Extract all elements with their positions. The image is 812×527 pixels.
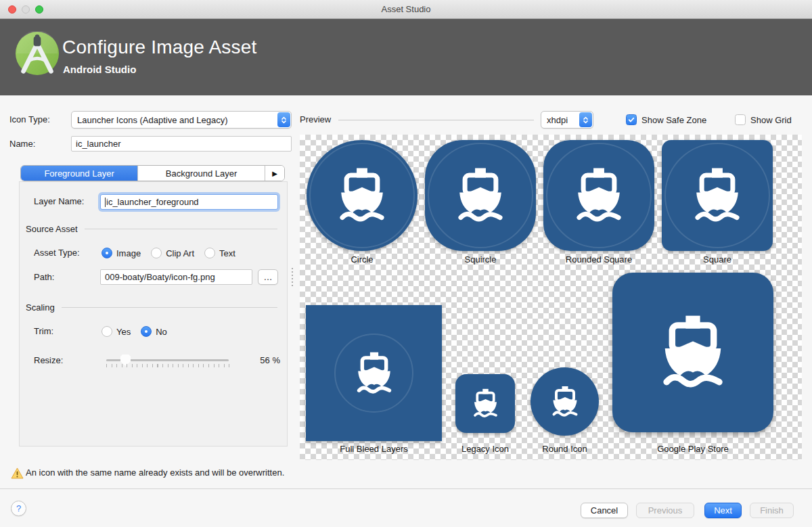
resize-slider[interactable] — [106, 352, 229, 369]
layer-name-label: Layer Name: — [34, 193, 84, 210]
scaling-section-title: Scaling — [26, 302, 55, 313]
finish-button[interactable]: Finish — [750, 503, 794, 518]
section-rule — [85, 229, 277, 229]
radio-text[interactable] — [204, 248, 215, 258]
window-title: Asset Studio — [0, 0, 812, 18]
radio-image[interactable] — [102, 248, 112, 258]
asset-type-label: Asset Type: — [34, 245, 80, 261]
name-label: Name: — [9, 136, 35, 152]
safe-zone-ring — [546, 143, 652, 248]
density-select[interactable]: xhdpi — [541, 111, 593, 129]
cancel-button[interactable]: Cancel — [581, 503, 628, 518]
preview-tile-play-store — [612, 273, 773, 432]
text-caret — [105, 198, 106, 207]
preview-tile-square — [662, 140, 773, 251]
name-input[interactable]: ic_launcher — [71, 136, 292, 152]
radio-trim-yes[interactable] — [102, 326, 112, 337]
show-safe-zone-row: Show Safe Zone — [626, 112, 706, 127]
show-grid-label: Show Grid — [750, 115, 792, 125]
safe-zone-ring — [334, 334, 413, 413]
footer-divider — [0, 488, 812, 489]
radio-trim-yes-label: Yes — [116, 327, 131, 337]
titlebar[interactable]: Asset Studio — [0, 0, 812, 19]
warning-icon — [11, 467, 24, 479]
path-input[interactable]: 009-boaty/Boaty/icon-fg.png — [100, 269, 252, 285]
preview-tile-legacy — [455, 374, 515, 433]
warning-text: An icon with the same name already exist… — [26, 466, 284, 480]
radio-trim-no[interactable] — [141, 326, 152, 337]
icon-type-select[interactable]: Launcher Icons (Adaptive and Legacy) — [71, 111, 292, 129]
trim-label: Trim: — [34, 323, 53, 340]
radio-image-label: Image — [116, 248, 141, 258]
preview-tile-label: Legacy Icon — [449, 444, 522, 455]
show-safe-zone-label: Show Safe Zone — [641, 115, 706, 125]
path-label: Path: — [34, 269, 54, 285]
trim-radio-group: Yes No — [102, 323, 167, 340]
slider-ticks — [106, 364, 230, 367]
name-value: ic_launcher — [76, 139, 121, 149]
boat-icon — [653, 313, 733, 392]
source-asset-section-title: Source Asset — [26, 224, 78, 234]
dialog-subtitle: Android Studio — [63, 64, 136, 75]
radio-clip-art-label: Clip Art — [166, 248, 194, 258]
layer-name-input[interactable]: ic_launcher_foreground — [100, 194, 278, 210]
foreground-layer-panel — [19, 181, 288, 446]
show-grid-checkbox[interactable] — [735, 114, 746, 125]
preview-label: Preview — [300, 112, 331, 128]
preview-tile-full-bleed — [306, 305, 442, 441]
radio-trim-no-label: No — [156, 327, 167, 337]
preview-tile-squircle — [425, 140, 536, 251]
scaling-section: Scaling — [26, 302, 277, 313]
dialog-title: Configure Image Asset — [62, 37, 256, 58]
next-button[interactable]: Next — [704, 503, 742, 518]
preview-tile-label: Google Play Store — [612, 444, 773, 455]
chevron-updown-icon — [579, 112, 592, 127]
previous-button[interactable]: Previous — [636, 503, 694, 518]
safe-zone-ring — [428, 143, 533, 248]
splitter-handle[interactable] — [290, 268, 294, 287]
tab-overflow-arrow-icon[interactable]: ▶ — [265, 166, 284, 181]
chevron-updown-icon — [277, 112, 290, 127]
safe-zone-ring — [664, 143, 770, 248]
resize-label: Resize: — [34, 352, 63, 369]
preview-tile-round — [531, 367, 599, 436]
asset-studio-dialog: Asset Studio Configure Image Asset Andro… — [0, 0, 812, 527]
icon-type-value: Launcher Icons (Adaptive and Legacy) — [72, 115, 277, 125]
show-grid-row: Show Grid — [735, 112, 792, 127]
safe-zone-ring — [309, 143, 415, 248]
boat-icon — [548, 385, 582, 419]
wizard-header: Configure Image Asset Android Studio — [0, 19, 812, 95]
preview-tile-label: Full Bleed Layers — [306, 444, 442, 455]
boat-icon — [470, 388, 501, 419]
preview-tile-rounded-square — [543, 140, 654, 251]
browse-button[interactable]: … — [258, 269, 278, 285]
tab-foreground-layer[interactable]: Foreground Layer — [21, 166, 137, 181]
asset-type-radio-group: Image Clip Art Text — [102, 245, 235, 261]
tab-background-layer[interactable]: Background Layer — [137, 166, 265, 181]
preview-tile-label: Rounded Square — [543, 254, 654, 265]
help-button[interactable]: ? — [11, 501, 26, 516]
resize-value: 56 % — [252, 352, 280, 369]
icon-type-label: Icon Type: — [9, 112, 50, 128]
layer-tabs: Foreground Layer Background Layer ▶ — [20, 165, 285, 181]
section-rule — [62, 307, 277, 308]
path-value: 009-boaty/Boaty/icon-fg.png — [105, 272, 215, 282]
density-value: xhdpi — [541, 115, 579, 125]
preview-tile-circle — [307, 140, 418, 251]
radio-text-label: Text — [219, 248, 235, 258]
show-safe-zone-checkbox[interactable] — [626, 114, 637, 125]
preview-tile-label: Round Icon — [531, 444, 599, 455]
preview-rule — [338, 120, 534, 120]
preview-tile-label: Circle — [307, 254, 418, 265]
check-icon — [628, 116, 635, 123]
android-studio-logo-icon — [15, 31, 60, 76]
preview-tile-label: Squircle — [425, 254, 536, 265]
source-asset-section: Source Asset — [26, 223, 277, 234]
radio-clip-art[interactable] — [151, 248, 162, 258]
preview-tile-label: Square — [662, 254, 773, 265]
layer-name-value: ic_launcher_foreground — [106, 197, 199, 207]
